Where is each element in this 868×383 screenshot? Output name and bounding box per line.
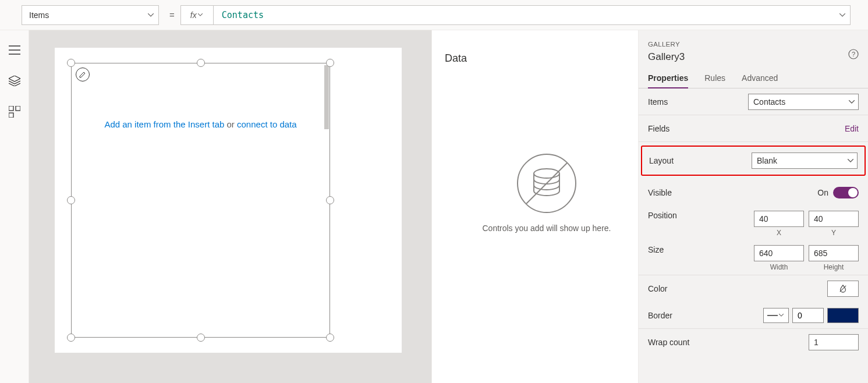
resize-handle[interactable]: [326, 59, 334, 67]
resize-handle[interactable]: [197, 334, 205, 342]
prop-color: Color: [639, 275, 868, 302]
layout-dropdown[interactable]: Blank: [752, 153, 858, 169]
data-panel-title: Data: [445, 52, 467, 65]
help-icon[interactable]: ?: [848, 49, 859, 59]
components-icon[interactable]: [9, 106, 20, 116]
prop-items-label: Items: [648, 97, 668, 107]
prop-layout-label: Layout: [649, 156, 674, 165]
resize-handle[interactable]: [67, 59, 75, 67]
layers-icon[interactable]: [9, 76, 20, 86]
prop-size: Size Width Height: [639, 240, 868, 275]
items-dropdown[interactable]: Contacts: [748, 94, 859, 110]
gallery-selection[interactable]: Add an item from the Insert tab or conne…: [71, 63, 330, 338]
properties-tabs: Properties Rules Advanced: [639, 63, 868, 88]
prop-visible-label: Visible: [648, 188, 672, 197]
resize-handle[interactable]: [67, 334, 75, 342]
gallery-empty-hint: Add an item from the Insert tab or conne…: [72, 119, 330, 129]
formula-value: Contacts: [222, 10, 264, 20]
resize-handle[interactable]: [197, 59, 205, 67]
prop-layout: Layout Blank: [641, 146, 866, 176]
connect-data-link[interactable]: connect to data: [237, 119, 297, 129]
tab-properties[interactable]: Properties: [648, 73, 688, 88]
prop-border-label: Border: [648, 311, 672, 320]
property-dropdown-value: Items: [29, 10, 49, 20]
resize-handle[interactable]: [326, 196, 334, 204]
position-y-input[interactable]: [809, 211, 859, 227]
equals-sign: =: [164, 10, 180, 20]
prop-items: Items Contacts: [639, 88, 868, 115]
data-empty-text: Controls you add will show up here.: [482, 224, 611, 233]
prop-fields-label: Fields: [648, 124, 669, 133]
prop-position-label: Position: [648, 211, 677, 220]
hamburger-icon[interactable]: [9, 45, 20, 56]
size-height-input[interactable]: [809, 245, 859, 261]
position-x-input[interactable]: [754, 211, 804, 227]
svg-rect-2: [9, 113, 13, 118]
data-panel: Data Controls you add will show up here.: [431, 30, 661, 383]
app-screen[interactable]: Add an item from the Insert tab or conne…: [55, 48, 402, 353]
control-name: Gallery3: [648, 51, 859, 63]
resize-handle[interactable]: [67, 196, 75, 204]
insert-tab-link[interactable]: Add an item from the Insert tab: [104, 119, 224, 129]
prop-fields: Fields Edit: [639, 115, 868, 142]
tab-rules[interactable]: Rules: [704, 73, 725, 88]
border-width-input[interactable]: [792, 308, 824, 323]
edit-pencil-icon[interactable]: [76, 68, 90, 81]
border-color-picker[interactable]: [827, 308, 859, 323]
prop-position: Position X Y: [639, 206, 868, 240]
empty-data-icon: [515, 151, 579, 215]
wrap-count-input[interactable]: [809, 334, 859, 350]
fields-edit-link[interactable]: Edit: [845, 124, 859, 133]
visible-toggle[interactable]: On: [817, 187, 859, 198]
properties-panel: GALLERY Gallery3 ? Properties Rules Adva…: [638, 30, 868, 383]
prop-visible: Visible On: [639, 179, 868, 206]
tab-advanced[interactable]: Advanced: [742, 73, 778, 88]
chevron-down-icon: [849, 100, 855, 104]
formula-bar: Items = fx Contacts: [0, 0, 868, 30]
prop-color-label: Color: [648, 284, 667, 293]
chevron-down-icon: [198, 13, 204, 17]
data-empty-state: Controls you add will show up here.: [432, 151, 661, 233]
chevron-down-icon: [839, 13, 845, 17]
prop-wrap-label: Wrap count: [648, 338, 689, 347]
color-picker[interactable]: [827, 281, 859, 297]
chevron-down-icon: [848, 159, 853, 162]
resize-handle[interactable]: [326, 334, 334, 342]
svg-text:?: ?: [852, 51, 855, 58]
chevron-down-icon: [148, 13, 154, 17]
left-nav-rail: [0, 30, 29, 383]
control-type-label: GALLERY: [648, 41, 859, 48]
chevron-down-icon: [779, 314, 785, 317]
svg-point-4: [534, 169, 559, 178]
svg-rect-0: [9, 106, 13, 111]
fx-button[interactable]: fx: [180, 5, 213, 25]
border-style-dropdown[interactable]: [763, 308, 789, 323]
prop-border: Border: [639, 302, 868, 329]
size-width-input[interactable]: [754, 245, 804, 261]
formula-input[interactable]: Contacts: [213, 5, 851, 25]
svg-rect-1: [16, 106, 20, 111]
prop-wrap-count: Wrap count: [639, 329, 868, 356]
no-color-icon: [839, 285, 847, 293]
property-dropdown[interactable]: Items: [22, 5, 159, 25]
prop-size-label: Size: [648, 245, 664, 254]
